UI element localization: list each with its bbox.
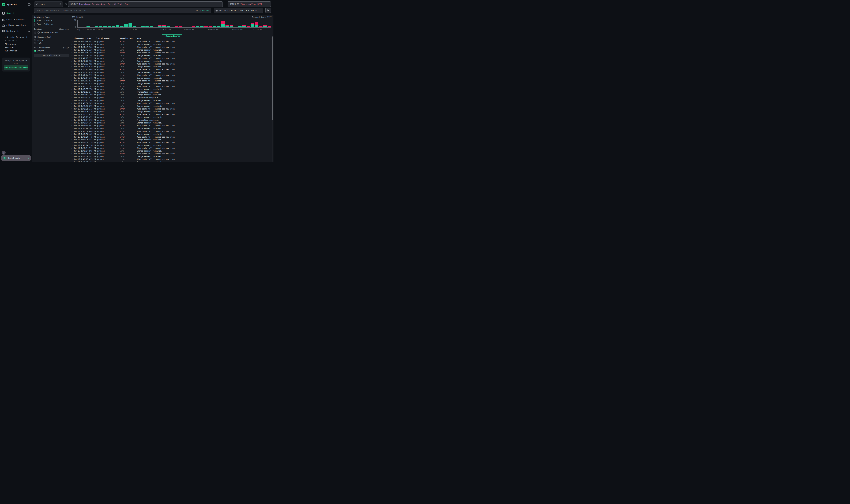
language-lucene[interactable]: Lucene bbox=[202, 9, 209, 11]
scrollbar-track[interactable] bbox=[272, 36, 273, 162]
row-expand-chevron[interactable]: > bbox=[72, 136, 72, 138]
table-row[interactable]: >May 15 1:42:26.920 PMpaymentinfoCharge … bbox=[70, 60, 271, 62]
language-sql[interactable]: SQL bbox=[196, 9, 199, 11]
search-input[interactable] bbox=[36, 9, 196, 12]
table-row[interactable]: >May 15 1:40:14.511 PMpaymenterrorVisa c… bbox=[70, 147, 271, 150]
create-dashboard-button[interactable]: + Create Dashboard bbox=[5, 36, 27, 38]
table-row[interactable]: >May 15 1:41:47.766 PMpaymentinfoCharge … bbox=[70, 99, 271, 102]
table-row[interactable]: >May 15 1:42:36.184 PMpaymentinfoCharge … bbox=[70, 54, 271, 57]
row-expand-chevron[interactable]: > bbox=[72, 74, 72, 76]
table-row[interactable]: >May 15 1:41:53.274 PMpaymentinfoTransac… bbox=[70, 91, 271, 93]
table-row[interactable]: >May 15 1:42:50.843 PMpaymenterrorVisa c… bbox=[70, 40, 271, 43]
table-row[interactable]: >May 15 1:41:30.283 PMpaymenterrorVisa c… bbox=[70, 102, 271, 105]
table-row[interactable]: >May 15 1:41:21.652 PMpaymentinfoCharge … bbox=[70, 116, 271, 119]
table-row[interactable]: >May 15 1:42:50.834 PMpaymentinfoCharge … bbox=[70, 43, 271, 46]
row-expand-chevron[interactable]: > bbox=[72, 80, 72, 82]
table-row[interactable]: >May 15 1:40:38.466 PMpaymenterrorVisa c… bbox=[70, 130, 271, 133]
payment-checkbox[interactable]: ✓ bbox=[34, 50, 36, 52]
table-row[interactable]: >May 15 1:42:27.131 PMpaymenterrorVisa c… bbox=[70, 57, 271, 60]
denoise-filter[interactable]: Denoise Results bbox=[34, 31, 58, 34]
mode-event-patterns[interactable]: Event Patterns bbox=[34, 23, 67, 25]
table-row[interactable]: >May 15 1:40:10.601 PMpaymenterrorVisa c… bbox=[70, 152, 271, 155]
run-query-button[interactable] bbox=[266, 8, 271, 13]
row-expand-chevron[interactable]: > bbox=[72, 111, 72, 112]
row-expand-chevron[interactable]: > bbox=[72, 52, 72, 54]
table-options-icon[interactable]: ⋮ bbox=[270, 37, 272, 39]
table-row[interactable]: >May 15 1:41:30.275 PMpaymentinfoCharge … bbox=[70, 105, 271, 107]
row-expand-chevron[interactable]: > bbox=[72, 43, 72, 45]
get-started-button[interactable]: Get Started for Free bbox=[4, 66, 28, 70]
table-row[interactable]: >May 15 1:42:13.019 PMpaymentinfoCharge … bbox=[70, 66, 271, 68]
histogram-plot[interactable] bbox=[77, 20, 271, 28]
row-expand-chevron[interactable]: > bbox=[72, 41, 72, 42]
table-row[interactable]: >May 15 1:40:14.505 PMpaymentinfoCharge … bbox=[70, 150, 271, 152]
table-row[interactable]: >May 15 1:41:25.373 PMpaymenterrorVisa c… bbox=[70, 107, 271, 110]
table-row[interactable]: >May 15 1:41:57.183 PMpaymenterrorVisa c… bbox=[70, 85, 271, 88]
table-row[interactable]: >May 15 1:40:26.444 PMpaymentinfoCharge … bbox=[70, 138, 271, 141]
row-expand-chevron[interactable]: > bbox=[72, 72, 72, 73]
row-expand-chevron[interactable]: > bbox=[72, 161, 72, 162]
table-row[interactable]: >May 15 1:42:43.336 PMpaymentinfoCharge … bbox=[70, 49, 271, 51]
more-filters-button[interactable]: More filters bbox=[34, 54, 69, 57]
table-row[interactable]: >May 15 1:40:44.563 PMpaymenterrorVisa c… bbox=[70, 124, 271, 127]
row-expand-chevron[interactable]: > bbox=[72, 122, 72, 124]
mode-results-table[interactable]: Results Table bbox=[34, 19, 67, 22]
row-expand-chevron[interactable]: > bbox=[72, 69, 72, 70]
table-row[interactable]: >May 15 1:40:24.219 PMpaymenterrorVisa c… bbox=[70, 141, 271, 144]
table-row[interactable]: >May 15 1:40:24.214 PMpaymentinfoCharge … bbox=[70, 144, 271, 147]
date-range-picker[interactable]: May 15 13:32:00 - May 15 13:43:00 bbox=[214, 8, 263, 13]
user-menu[interactable]: U Local mode bbox=[1, 156, 31, 161]
row-expand-chevron[interactable]: > bbox=[72, 55, 72, 56]
row-expand-chevron[interactable]: > bbox=[72, 49, 72, 51]
row-expand-chevron[interactable]: > bbox=[72, 150, 72, 152]
table-row[interactable]: >May 15 1:41:57.178 PMpaymentinfoCharge … bbox=[70, 88, 271, 91]
row-expand-chevron[interactable]: > bbox=[72, 145, 72, 146]
row-expand-chevron[interactable]: > bbox=[72, 102, 72, 104]
row-expand-chevron[interactable]: > bbox=[72, 97, 72, 98]
row-expand-chevron[interactable]: > bbox=[72, 66, 72, 68]
row-expand-chevron[interactable]: > bbox=[72, 119, 72, 121]
col-servicename[interactable]: ServiceName bbox=[97, 37, 110, 39]
row-expand-chevron[interactable]: > bbox=[72, 130, 72, 132]
help-button[interactable]: ? bbox=[2, 151, 5, 155]
row-expand-chevron[interactable]: > bbox=[72, 57, 72, 59]
table-row[interactable]: >May 15 1:40:44.546 PMpaymentinfoCharge … bbox=[70, 127, 271, 130]
preset-clickhouse[interactable]: Clickhouse bbox=[5, 43, 17, 46]
table-row[interactable]: >May 15 1:42:05.460 PMpaymenterrorVisa c… bbox=[70, 68, 271, 71]
table-row[interactable]: >May 15 1:42:13.055 PMpaymenterrorVisa c… bbox=[70, 62, 271, 66]
table-row[interactable]: >May 15 1:42:01.814 PMpaymentinfoCharge … bbox=[70, 82, 271, 85]
results-histogram[interactable]: 12 0 May 15 1:32:00 PM1:33:45 PM1:35:15 … bbox=[70, 15, 273, 34]
col-body[interactable]: Body bbox=[137, 37, 141, 39]
denoise-checkbox[interactable] bbox=[34, 32, 36, 34]
source-select[interactable]: Logs bbox=[34, 1, 63, 7]
table-row[interactable]: >May 15 1:41:25.370 PMpaymentinfoCharge … bbox=[70, 110, 271, 113]
table-row[interactable]: >May 15 1:42:01.824 PMpaymenterrorVisa c… bbox=[70, 79, 271, 82]
row-expand-chevron[interactable]: > bbox=[72, 153, 72, 155]
row-expand-chevron[interactable]: > bbox=[72, 125, 72, 127]
table-row[interactable]: >May 15 1:40:07.410 PMpaymentinfoCharge … bbox=[70, 161, 271, 162]
row-expand-chevron[interactable]: > bbox=[72, 91, 72, 93]
clear-all-button[interactable]: Clear all bbox=[59, 28, 69, 30]
sidebar-item-client-sessions[interactable]: Client Sessions bbox=[0, 24, 32, 27]
preset-services[interactable]: Services bbox=[5, 47, 15, 49]
sql-select-editor[interactable]: SELECT Timestamp, ServiceName, SeverityT… bbox=[68, 1, 223, 7]
resume-live-tail-button[interactable]: Resume Live Tail bbox=[162, 34, 182, 37]
row-expand-chevron[interactable]: > bbox=[72, 100, 72, 101]
row-expand-chevron[interactable]: > bbox=[72, 147, 72, 149]
row-expand-chevron[interactable]: > bbox=[72, 116, 72, 118]
sidebar-collapse-icon[interactable] bbox=[28, 3, 31, 6]
row-expand-chevron[interactable]: > bbox=[72, 60, 72, 62]
severity-group-title[interactable]: SeverityText bbox=[37, 36, 51, 38]
row-expand-chevron[interactable]: > bbox=[72, 88, 72, 90]
table-row[interactable]: >May 15 1:41:14.361 PMpaymentinfoCharge … bbox=[70, 122, 271, 124]
table-row[interactable]: >May 15 1:42:36.188 PMpaymenterrorVisa c… bbox=[70, 51, 271, 54]
table-row[interactable]: >May 15 1:40:10.597 PMpaymentinfoCharge … bbox=[70, 155, 271, 158]
order-by-editor[interactable]: ORDER BY TimestampTime DESC bbox=[228, 1, 271, 7]
row-expand-chevron[interactable]: > bbox=[72, 133, 72, 135]
table-row[interactable]: >May 15 1:42:04.392 PMpaymenterrorVisa c… bbox=[70, 74, 271, 76]
row-expand-chevron[interactable]: > bbox=[72, 139, 72, 141]
col-timestamp[interactable]: Timestamp (Local) bbox=[74, 37, 92, 39]
sidebar-item-dashboards[interactable]: Dashboards bbox=[0, 30, 32, 33]
row-expand-chevron[interactable]: > bbox=[72, 113, 72, 115]
row-expand-chevron[interactable]: > bbox=[72, 159, 72, 160]
